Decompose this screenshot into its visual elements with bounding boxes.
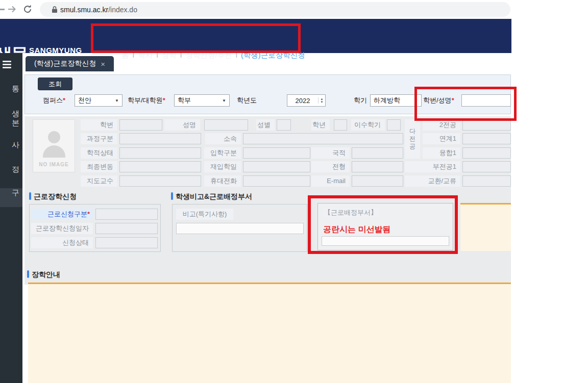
sidebar-item-basic[interactable]: 본 bbox=[0, 118, 19, 128]
grade-field bbox=[334, 119, 347, 131]
guide-content-area bbox=[28, 284, 511, 383]
convergence-major1-field bbox=[462, 147, 511, 159]
tab-title: (학생)근로장학신청 bbox=[34, 59, 96, 68]
division-select[interactable]: 학부▼ bbox=[174, 94, 230, 107]
readmission-date-field bbox=[243, 161, 310, 172]
course-type-field bbox=[119, 133, 201, 144]
nav-item-apply-recommend[interactable]: 장학신청/추천 bbox=[185, 50, 232, 60]
section-bar bbox=[27, 270, 29, 278]
affiliation-label: 소속 bbox=[205, 133, 241, 144]
gender-label: 성별 bbox=[256, 119, 275, 131]
unselected-note: 공란시는 미선발됨 bbox=[323, 224, 390, 235]
nav-home[interactable]: 홈 bbox=[121, 50, 129, 60]
url-path: /index.do bbox=[108, 6, 137, 14]
completed-terms-field bbox=[387, 119, 401, 131]
apply-type-field bbox=[95, 209, 158, 220]
person-icon bbox=[48, 131, 60, 143]
nav-separator: I bbox=[133, 52, 135, 59]
grade-label: 학년 bbox=[311, 119, 330, 131]
sidebar-item-admin[interactable]: 정 bbox=[0, 164, 19, 174]
campus-select[interactable]: 천안▼ bbox=[75, 94, 122, 107]
apply-date-field bbox=[95, 223, 158, 234]
minor1-field bbox=[462, 161, 511, 172]
person-icon bbox=[43, 145, 65, 158]
forward-icon[interactable] bbox=[7, 4, 17, 14]
student-id-name-input[interactable] bbox=[461, 94, 511, 107]
remarks-section-title: 학생비고&근로배정부서 bbox=[176, 192, 252, 200]
sidebar-item-student[interactable]: 생 bbox=[0, 109, 19, 119]
admission-track-label: 전형 bbox=[311, 161, 350, 172]
assignment-dept-field bbox=[322, 236, 449, 246]
back-icon[interactable] bbox=[0, 9, 5, 10]
semester-select[interactable]: 하계방학▼ bbox=[370, 94, 422, 107]
sidebar: 통 생 본 사 정 구 bbox=[0, 53, 22, 383]
advisor-field bbox=[119, 175, 201, 187]
caret-down-icon: ▼ bbox=[222, 98, 226, 103]
apply-date-label: 근로장학신청일자 bbox=[31, 223, 93, 234]
mobile-phone-field bbox=[243, 175, 310, 187]
enrollment-status-field bbox=[119, 147, 201, 159]
nav-item-haksa[interactable]: 학사 bbox=[138, 50, 153, 60]
semester-label: 학기 bbox=[354, 94, 367, 107]
caret-down-icon: ▼ bbox=[115, 98, 119, 103]
student-id-label: 학번 bbox=[81, 119, 117, 131]
work-section-title: 근로장학신청 bbox=[34, 192, 77, 200]
exchange-field bbox=[462, 175, 511, 187]
student-id-field bbox=[119, 119, 162, 131]
multi-major-label: 다전공 bbox=[405, 119, 420, 159]
tab-close-icon[interactable]: × bbox=[101, 60, 105, 68]
sidebar-item-common[interactable]: 통 bbox=[0, 84, 19, 94]
year-spinner[interactable]: 2022 ▲▼ bbox=[287, 94, 326, 107]
email-label: E-mail bbox=[311, 175, 350, 187]
student-photo-placeholder: NO IMAGE bbox=[33, 119, 75, 172]
linked-major1-field bbox=[462, 133, 511, 144]
app-header: 샘물 SANGMYUNG 통합정보시스템 홈 I 학사 I 장학 I 장학신청/… bbox=[0, 19, 511, 53]
enrollment-status-label: 학적상태 bbox=[81, 147, 117, 159]
apply-status-label: 신청상태 bbox=[31, 237, 93, 248]
nav-separator: I bbox=[235, 52, 237, 59]
logo-name: SANGMYUNG bbox=[29, 46, 82, 55]
last-change-field bbox=[119, 161, 201, 172]
lock-icon bbox=[51, 6, 58, 13]
sidebar-item-research[interactable]: 구 bbox=[0, 188, 19, 198]
linked-major1-label: 연계1 bbox=[423, 133, 460, 144]
address-bar[interactable]: smul.smu.ac.kr/index.do bbox=[40, 2, 510, 17]
remarks-field bbox=[176, 223, 304, 234]
nav-separator: I bbox=[180, 52, 182, 59]
name-field bbox=[204, 119, 248, 131]
exchange-label: 교환/교류 bbox=[405, 175, 460, 187]
name-label: 성명 bbox=[164, 119, 200, 131]
nationality-label: 국적 bbox=[311, 147, 350, 159]
assignment-dept-label: 【근로배정부서】 bbox=[323, 208, 379, 217]
menu-icon[interactable] bbox=[3, 61, 11, 70]
readmission-date-label: 재입학일 bbox=[204, 161, 241, 172]
nav-item-janghak[interactable]: 장학 bbox=[162, 50, 177, 60]
page: smul.smu.ac.kr/index.do 샘물 SANGMYUNG 통합정… bbox=[0, 0, 588, 383]
apply-type-label: 근로신청구분* bbox=[31, 209, 93, 220]
convergence-major1-label: 융합1 bbox=[423, 147, 460, 159]
nav-item-work-scholarship[interactable]: (학생)근로장학신청 bbox=[241, 50, 305, 60]
student-id-name-label: 학번/성명* bbox=[423, 94, 454, 107]
search-button[interactable]: 조회 bbox=[38, 78, 72, 90]
tab-work-scholarship[interactable]: (학생)근로장학신청 × bbox=[26, 56, 114, 71]
guide-section-title: 장학안내 bbox=[32, 270, 60, 278]
mobile-phone-label: 휴대전화 bbox=[204, 175, 241, 187]
admission-track-field bbox=[352, 161, 403, 172]
guide-side-panel bbox=[460, 203, 511, 251]
sidebar-item-academic[interactable]: 사 bbox=[0, 140, 19, 150]
second-major-field bbox=[462, 119, 511, 131]
nav-separator: I bbox=[156, 52, 158, 59]
apply-status-field bbox=[95, 237, 158, 248]
url-text: smul.smu.ac.kr/index.do bbox=[60, 6, 137, 14]
breadcrumb: 홈 I 학사 I 장학 I 장학신청/추천 I (학생)근로장학신청 bbox=[110, 50, 305, 60]
last-change-label: 최종변동 bbox=[81, 161, 117, 172]
spinner-arrows-icon[interactable]: ▲▼ bbox=[318, 97, 325, 104]
browser-chrome: smul.smu.ac.kr/index.do bbox=[0, 0, 588, 18]
affiliation-field bbox=[243, 133, 403, 144]
division-label: 학부/대학원* bbox=[128, 94, 165, 107]
completed-terms-label: 이수학기 bbox=[351, 119, 385, 131]
admission-type-label: 입학구분 bbox=[204, 147, 241, 159]
course-type-label: 과정구분 bbox=[81, 133, 117, 144]
refresh-icon[interactable] bbox=[22, 4, 33, 14]
url-host: smul.smu.ac.kr bbox=[60, 6, 108, 14]
